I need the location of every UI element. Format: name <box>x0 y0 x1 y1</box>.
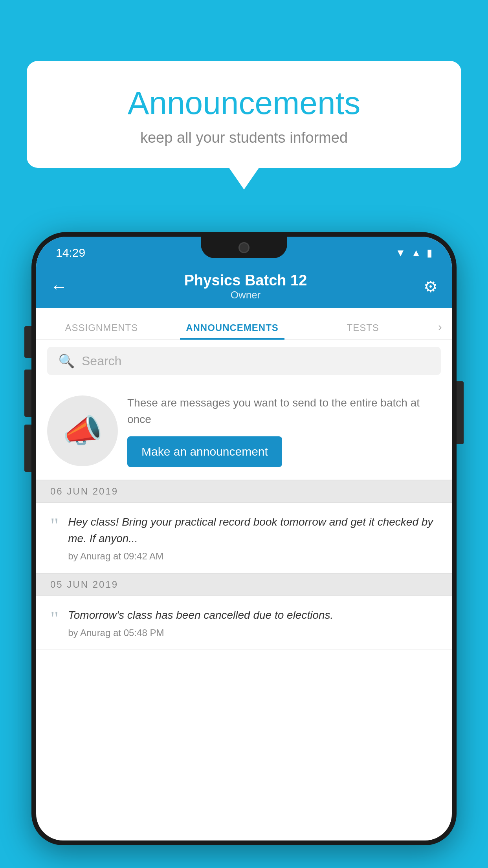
side-button-power <box>457 381 464 444</box>
side-button-mute <box>24 326 31 358</box>
side-button-vol-up <box>24 370 31 417</box>
header-title-group: Physics Batch 12 Owner <box>184 272 307 301</box>
announcement-content-1: Hey class! Bring your practical record b… <box>68 514 438 562</box>
announcement-meta-2: by Anurag at 05:48 PM <box>68 627 333 638</box>
page-title: Physics Batch 12 <box>184 272 307 289</box>
announcement-text-2: Tomorrow's class has been cancelled due … <box>68 607 333 623</box>
announcement-content-2: Tomorrow's class has been cancelled due … <box>68 607 333 638</box>
phone-notch <box>201 237 287 258</box>
announcement-item-1[interactable]: " Hey class! Bring your practical record… <box>36 503 452 573</box>
status-time: 14:29 <box>56 246 85 259</box>
front-camera <box>238 242 250 253</box>
quote-icon-2: " <box>50 609 59 629</box>
prompt-message: These are messages you want to send to t… <box>127 395 441 428</box>
phone-wrapper: 14:29 ▼ ▲ ▮ ← Physics Batch 12 Owner ⚙ <box>31 232 457 868</box>
bubble-subtitle: keep all your students informed <box>50 129 438 146</box>
bubble-tail <box>229 168 259 189</box>
tab-more[interactable]: › <box>428 321 452 339</box>
wifi-icon: ▼ <box>396 247 406 259</box>
megaphone-circle: 📣 <box>47 395 118 466</box>
search-icon: 🔍 <box>58 353 75 369</box>
app-header: ← Physics Batch 12 Owner ⚙ <box>36 265 452 308</box>
bubble-title: Announcements <box>50 85 438 121</box>
signal-icon: ▲ <box>411 247 421 259</box>
announcement-item-2[interactable]: " Tomorrow's class has been cancelled du… <box>36 596 452 650</box>
back-button[interactable]: ← <box>50 277 68 296</box>
status-icons: ▼ ▲ ▮ <box>396 247 432 259</box>
phone-frame: 14:29 ▼ ▲ ▮ ← Physics Batch 12 Owner ⚙ <box>31 232 457 845</box>
phone-screen: 14:29 ▼ ▲ ▮ ← Physics Batch 12 Owner ⚙ <box>36 237 452 840</box>
settings-icon[interactable]: ⚙ <box>424 278 438 296</box>
battery-icon: ▮ <box>427 247 432 259</box>
speech-bubble-card: Announcements keep all your students inf… <box>27 61 461 168</box>
tab-announcements[interactable]: ANNOUNCEMENTS <box>167 322 298 339</box>
tab-assignments[interactable]: ASSIGNMENTS <box>36 322 167 339</box>
announcement-meta-1: by Anurag at 09:42 AM <box>68 551 438 562</box>
announcement-prompt: 📣 These are messages you want to send to… <box>36 382 452 480</box>
tabs-bar: ASSIGNMENTS ANNOUNCEMENTS TESTS › <box>36 308 452 340</box>
prompt-text-area: These are messages you want to send to t… <box>127 395 441 467</box>
search-bar-container: 🔍 Search <box>36 340 452 382</box>
megaphone-icon: 📣 <box>62 412 103 450</box>
tab-tests[interactable]: TESTS <box>297 322 428 339</box>
speech-bubble-section: Announcements keep all your students inf… <box>27 61 461 189</box>
search-bar[interactable]: 🔍 Search <box>47 347 441 375</box>
search-placeholder: Search <box>82 354 121 368</box>
date-separator-2: 05 JUN 2019 <box>36 573 452 596</box>
date-separator-1: 06 JUN 2019 <box>36 480 452 503</box>
quote-icon-1: " <box>50 515 59 536</box>
side-button-vol-down <box>24 425 31 472</box>
page-subtitle: Owner <box>184 289 307 301</box>
make-announcement-button[interactable]: Make an announcement <box>127 436 282 467</box>
announcement-text-1: Hey class! Bring your practical record b… <box>68 514 438 547</box>
